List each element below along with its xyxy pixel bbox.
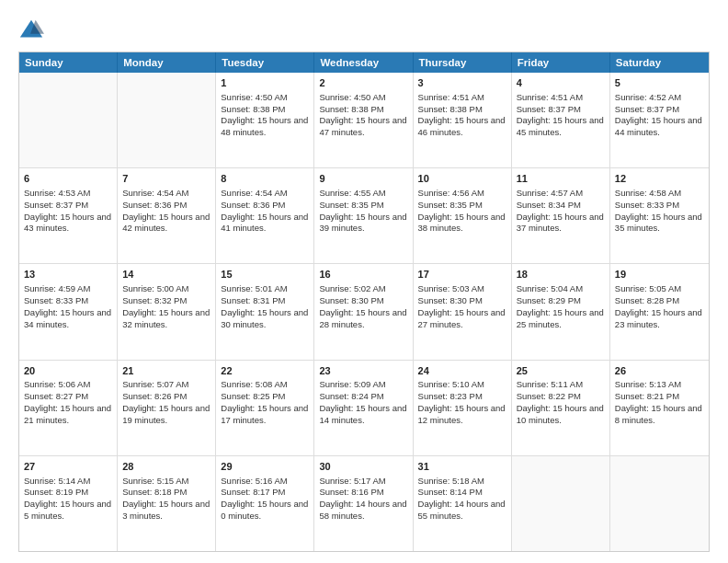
sunrise: Sunrise: 5:01 AM [221, 283, 287, 293]
sunset: Sunset: 8:30 PM [319, 295, 383, 305]
calendar-cell [610, 456, 709, 551]
sunrise: Sunrise: 5:06 AM [24, 379, 90, 389]
calendar-cell: 2Sunrise: 4:50 AMSunset: 8:38 PMDaylight… [314, 73, 413, 167]
daylight-hours: Daylight: 15 hours and 46 minutes. [418, 115, 506, 137]
sunrise: Sunrise: 4:53 AM [24, 188, 90, 198]
sunrise: Sunrise: 5:18 AM [418, 476, 484, 486]
sunset: Sunset: 8:26 PM [122, 391, 187, 401]
daylight-hours: Daylight: 15 hours and 8 minutes. [615, 403, 702, 425]
sunrise: Sunrise: 4:57 AM [517, 188, 583, 198]
header [18, 17, 710, 42]
calendar-cell [512, 456, 610, 551]
sunset: Sunset: 8:29 PM [517, 295, 581, 305]
calendar-cell: 21Sunrise: 5:07 AMSunset: 8:26 PMDayligh… [118, 361, 216, 455]
sunset: Sunset: 8:17 PM [221, 487, 285, 497]
day-number: 19 [615, 268, 704, 282]
sunrise: Sunrise: 5:03 AM [418, 283, 484, 293]
sunrise: Sunrise: 5:17 AM [319, 476, 385, 486]
sunset: Sunset: 8:14 PM [418, 487, 483, 497]
sunset: Sunset: 8:38 PM [418, 104, 483, 114]
day-number: 3 [418, 76, 506, 90]
sunrise: Sunrise: 5:13 AM [615, 379, 681, 389]
sunset: Sunset: 8:36 PM [122, 200, 187, 210]
sunrise: Sunrise: 5:14 AM [24, 476, 90, 486]
sunrise: Sunrise: 4:59 AM [24, 283, 90, 293]
sunrise: Sunrise: 4:52 AM [615, 92, 681, 102]
day-number: 28 [122, 460, 210, 474]
calendar-cell: 30Sunrise: 5:17 AMSunset: 8:16 PMDayligh… [314, 456, 413, 551]
day-number: 21 [122, 364, 210, 378]
calendar-cell: 14Sunrise: 5:00 AMSunset: 8:32 PMDayligh… [118, 264, 216, 359]
day-number: 9 [319, 172, 407, 186]
daylight-hours: Daylight: 15 hours and 23 minutes. [615, 307, 702, 329]
calendar-cell: 15Sunrise: 5:01 AMSunset: 8:31 PMDayligh… [216, 264, 314, 359]
calendar-cell: 12Sunrise: 4:58 AMSunset: 8:33 PMDayligh… [610, 168, 709, 263]
sunrise: Sunrise: 5:08 AM [221, 379, 287, 389]
sunrise: Sunrise: 5:05 AM [615, 283, 681, 293]
sunset: Sunset: 8:21 PM [615, 391, 679, 401]
day-number: 24 [418, 364, 506, 378]
sunrise: Sunrise: 5:09 AM [319, 379, 385, 389]
day-number: 16 [319, 268, 407, 282]
sunset: Sunset: 8:18 PM [122, 487, 187, 497]
daylight-hours: Daylight: 15 hours and 45 minutes. [517, 115, 604, 137]
calendar-cell: 13Sunrise: 4:59 AMSunset: 8:33 PMDayligh… [19, 264, 118, 359]
day-number: 2 [319, 76, 407, 90]
calendar-cell: 26Sunrise: 5:13 AMSunset: 8:21 PMDayligh… [610, 361, 709, 455]
daylight-hours: Daylight: 15 hours and 38 minutes. [418, 212, 506, 234]
calendar-cell: 16Sunrise: 5:02 AMSunset: 8:30 PMDayligh… [314, 264, 413, 359]
sunrise: Sunrise: 5:16 AM [221, 476, 287, 486]
sunrise: Sunrise: 4:54 AM [221, 188, 287, 198]
daylight-hours: Daylight: 15 hours and 42 minutes. [122, 212, 210, 234]
sunset: Sunset: 8:36 PM [221, 200, 285, 210]
calendar-cell: 8Sunrise: 4:54 AMSunset: 8:36 PMDaylight… [216, 168, 314, 263]
sunset: Sunset: 8:37 PM [615, 104, 679, 114]
daylight-hours: Daylight: 15 hours and 21 minutes. [24, 403, 111, 425]
calendar-cell: 22Sunrise: 5:08 AMSunset: 8:25 PMDayligh… [216, 361, 314, 455]
calendar-cell: 3Sunrise: 4:51 AMSunset: 8:38 PMDaylight… [414, 73, 512, 167]
day-number: 30 [319, 460, 407, 474]
sunset: Sunset: 8:38 PM [319, 104, 383, 114]
daylight-hours: Daylight: 15 hours and 10 minutes. [517, 403, 604, 425]
logo [18, 17, 48, 42]
calendar-cell: 17Sunrise: 5:03 AMSunset: 8:30 PMDayligh… [414, 264, 512, 359]
calendar-cell: 10Sunrise: 4:56 AMSunset: 8:35 PMDayligh… [414, 168, 512, 263]
day-number: 27 [24, 460, 112, 474]
calendar-cell: 7Sunrise: 4:54 AMSunset: 8:36 PMDaylight… [118, 168, 216, 263]
daylight-hours: Daylight: 15 hours and 12 minutes. [418, 403, 506, 425]
calendar-cell: 6Sunrise: 4:53 AMSunset: 8:37 PMDaylight… [19, 168, 118, 263]
sunset: Sunset: 8:31 PM [221, 295, 285, 305]
sunrise: Sunrise: 4:58 AM [615, 188, 681, 198]
calendar-cell: 25Sunrise: 5:11 AMSunset: 8:22 PMDayligh… [512, 361, 610, 455]
sunset: Sunset: 8:38 PM [221, 104, 285, 114]
day-number: 8 [221, 172, 309, 186]
calendar-cell: 28Sunrise: 5:15 AMSunset: 8:18 PMDayligh… [118, 456, 216, 551]
header-cell-monday: Monday [118, 52, 216, 73]
day-number: 11 [517, 172, 605, 186]
sunrise: Sunrise: 4:51 AM [418, 92, 484, 102]
calendar-header: SundayMondayTuesdayWednesdayThursdayFrid… [19, 52, 709, 73]
daylight-hours: Daylight: 14 hours and 58 minutes. [319, 499, 406, 521]
header-cell-thursday: Thursday [414, 52, 512, 73]
calendar-cell: 19Sunrise: 5:05 AMSunset: 8:28 PMDayligh… [610, 264, 709, 359]
daylight-hours: Daylight: 14 hours and 55 minutes. [418, 499, 506, 521]
sunset: Sunset: 8:27 PM [24, 391, 88, 401]
daylight-hours: Daylight: 15 hours and 17 minutes. [221, 403, 308, 425]
calendar-body: 1Sunrise: 4:50 AMSunset: 8:38 PMDaylight… [19, 73, 709, 551]
sunset: Sunset: 8:37 PM [517, 104, 581, 114]
day-number: 10 [418, 172, 506, 186]
sunset: Sunset: 8:23 PM [418, 391, 483, 401]
calendar-cell: 31Sunrise: 5:18 AMSunset: 8:14 PMDayligh… [414, 456, 512, 551]
sunrise: Sunrise: 5:00 AM [122, 283, 188, 293]
sunrise: Sunrise: 4:55 AM [319, 188, 385, 198]
sunset: Sunset: 8:33 PM [24, 295, 88, 305]
daylight-hours: Daylight: 15 hours and 27 minutes. [418, 307, 506, 329]
daylight-hours: Daylight: 15 hours and 48 minutes. [221, 115, 308, 137]
daylight-hours: Daylight: 15 hours and 41 minutes. [221, 212, 308, 234]
day-number: 4 [517, 76, 605, 90]
calendar-row-4: 20Sunrise: 5:06 AMSunset: 8:27 PMDayligh… [19, 360, 709, 455]
day-number: 17 [418, 268, 506, 282]
sunset: Sunset: 8:19 PM [24, 487, 88, 497]
sunset: Sunset: 8:22 PM [517, 391, 581, 401]
sunset: Sunset: 8:30 PM [418, 295, 483, 305]
